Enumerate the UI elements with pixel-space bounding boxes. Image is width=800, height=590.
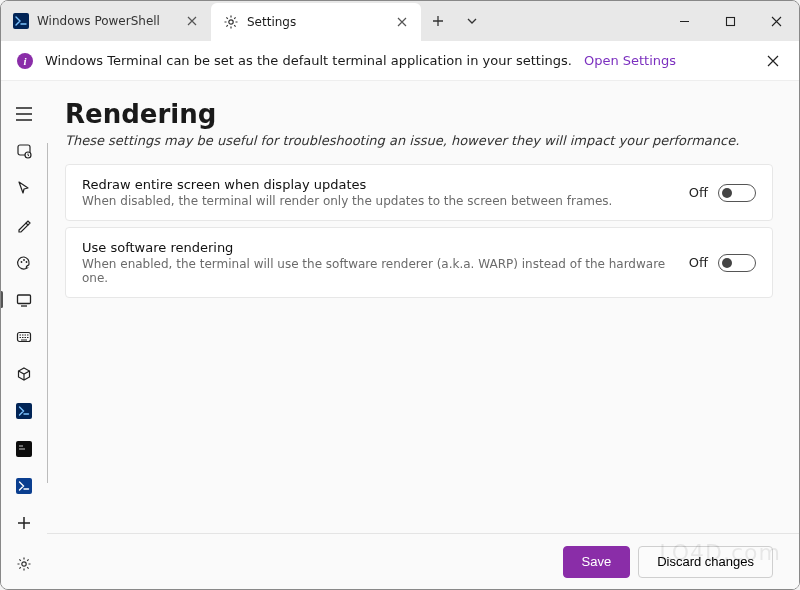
new-tab-button[interactable] bbox=[421, 1, 455, 41]
setting-description: When disabled, the terminal will render … bbox=[82, 194, 671, 208]
content-area: Rendering These settings may be useful f… bbox=[47, 81, 799, 590]
page-title: Rendering bbox=[65, 99, 773, 129]
nav-startup[interactable] bbox=[4, 134, 44, 167]
info-text: Windows Terminal can be set as the defau… bbox=[45, 53, 572, 68]
setting-description: When enabled, the terminal will use the … bbox=[82, 257, 671, 285]
footer: Save Discard changes bbox=[47, 533, 799, 589]
nav-rail bbox=[1, 81, 47, 590]
nav-interaction[interactable] bbox=[4, 171, 44, 204]
nav-powershell-profile[interactable] bbox=[4, 395, 44, 428]
nav-color-schemes[interactable] bbox=[4, 246, 44, 279]
nav-azure-profile[interactable] bbox=[4, 469, 44, 502]
svg-point-13 bbox=[22, 562, 26, 566]
svg-rect-8 bbox=[18, 295, 31, 304]
svg-point-6 bbox=[23, 259, 25, 261]
nav-settings-gear[interactable] bbox=[4, 548, 44, 581]
nav-add-profile[interactable] bbox=[4, 507, 44, 540]
info-close-button[interactable] bbox=[763, 51, 783, 71]
svg-rect-0 bbox=[13, 13, 29, 29]
svg-point-1 bbox=[229, 20, 233, 24]
svg-rect-2 bbox=[726, 17, 734, 25]
info-bar: i Windows Terminal can be set as the def… bbox=[1, 41, 799, 81]
software-rendering-toggle[interactable] bbox=[718, 254, 756, 272]
tab-close-button[interactable] bbox=[183, 12, 201, 30]
nav-hamburger-button[interactable] bbox=[4, 97, 44, 130]
nav-cmd-profile[interactable] bbox=[4, 432, 44, 465]
titlebar-drag-area[interactable] bbox=[489, 1, 661, 41]
tab-close-button[interactable] bbox=[393, 13, 411, 31]
discard-button[interactable]: Discard changes bbox=[638, 546, 773, 578]
tab-settings[interactable]: Settings bbox=[211, 3, 421, 41]
redraw-toggle[interactable] bbox=[718, 184, 756, 202]
setting-title: Redraw entire screen when display update… bbox=[82, 177, 671, 192]
gear-icon bbox=[223, 14, 239, 30]
svg-point-7 bbox=[26, 261, 28, 263]
powershell-icon bbox=[13, 13, 29, 29]
window-close-button[interactable] bbox=[753, 1, 799, 41]
info-icon: i bbox=[17, 53, 33, 69]
open-settings-link[interactable]: Open Settings bbox=[584, 53, 676, 68]
window-minimize-button[interactable] bbox=[661, 1, 707, 41]
save-button[interactable]: Save bbox=[563, 546, 631, 578]
tab-title: Settings bbox=[247, 15, 385, 29]
svg-point-5 bbox=[21, 261, 23, 263]
toggle-state-label: Off bbox=[689, 255, 708, 270]
page-subtitle: These settings may be useful for trouble… bbox=[65, 133, 773, 148]
titlebar: Windows PowerShell Settings bbox=[1, 1, 799, 41]
nav-appearance[interactable] bbox=[4, 209, 44, 242]
setting-redraw-card: Redraw entire screen when display update… bbox=[65, 164, 773, 221]
window-maximize-button[interactable] bbox=[707, 1, 753, 41]
toggle-state-label: Off bbox=[689, 185, 708, 200]
setting-software-rendering-card: Use software rendering When enabled, the… bbox=[65, 227, 773, 298]
tab-title: Windows PowerShell bbox=[37, 14, 175, 28]
nav-rendering[interactable] bbox=[4, 283, 44, 316]
nav-defaults-profile[interactable] bbox=[4, 358, 44, 391]
nav-actions[interactable] bbox=[4, 320, 44, 353]
tab-dropdown-button[interactable] bbox=[455, 1, 489, 41]
tab-powershell[interactable]: Windows PowerShell bbox=[1, 1, 211, 41]
setting-title: Use software rendering bbox=[82, 240, 671, 255]
